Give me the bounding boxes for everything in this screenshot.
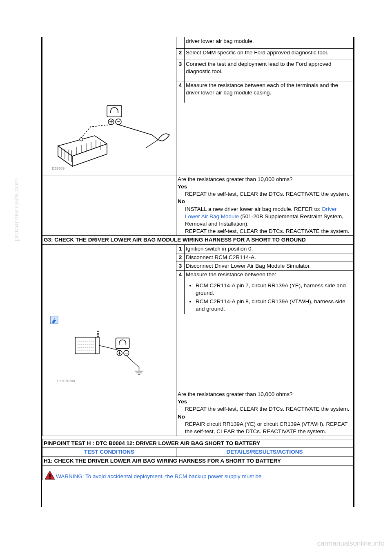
col-test-conditions: TEST CONDITIONS [84, 449, 134, 455]
svg-text:E39389: E39389 [52, 166, 65, 170]
h-title: PINPOINT TEST H : DTC B0004 12: DRIVER L… [42, 439, 353, 448]
g3-step1: Ignition switch in position 0. [185, 244, 353, 253]
g2-step1-cont: driver lower air bag module. [185, 37, 353, 49]
step-number: 3 [176, 60, 185, 81]
g3-step3: Disconnect Driver Lower Air Bag Module S… [185, 262, 353, 271]
step-number: 3 [176, 262, 185, 271]
g2-step3: Connect the test and deployment lead to … [185, 60, 353, 81]
step-number: 4 [176, 81, 185, 103]
pinpoint-test-g-table: driver lower air bag module. 2 Select DM… [42, 37, 353, 436]
resistance-diagram-g3: TIE0030198 [44, 315, 174, 384]
h1-title: H1: CHECK THE DRIVER LOWER AIR BAG WIRIN… [42, 457, 353, 465]
svg-rect-45 [49, 477, 51, 479]
g2-step4: Measure the resistance between each of t… [185, 81, 353, 103]
g2-step2: Select DMM specific on the Ford approved… [185, 48, 353, 60]
svg-line-37 [99, 346, 120, 351]
svg-rect-44 [49, 474, 51, 477]
svg-rect-21 [75, 338, 96, 354]
col-details-actions: DETAILS/RESULTS/ACTIONS [226, 449, 303, 455]
svg-text:TIE0030198: TIE0030198 [56, 380, 75, 383]
step-number: 1 [176, 244, 185, 253]
g3-result: Are the resistances greater than 10,000 … [176, 390, 353, 436]
warning-icon [45, 470, 55, 480]
g2-result: Are the resistances greater than 10,000 … [176, 175, 353, 236]
g3-title: G3: CHECK THE DRIVER LOWER AIR BAG MODUL… [42, 236, 353, 244]
svg-rect-26 [96, 338, 99, 354]
g3-step4: Measure the resistance between the: RCM … [185, 271, 353, 315]
resistance-diagram-g2: E39389 [44, 103, 174, 172]
watermark-footer: carmanualsonline.info [317, 539, 385, 548]
g3-step2: Disconnect RCM C2R114-A. [185, 253, 353, 262]
warning-text: WARNING: To avoid accidental deployment,… [56, 473, 261, 480]
step-number: 2 [176, 253, 185, 262]
step-number: 2 [176, 48, 185, 60]
step-number: 4 [176, 271, 185, 315]
pinpoint-test-h-table: PINPOINT TEST H : DTC B0004 12: DRIVER L… [42, 439, 353, 480]
svg-point-18 [80, 138, 83, 141]
svg-line-38 [126, 356, 139, 367]
